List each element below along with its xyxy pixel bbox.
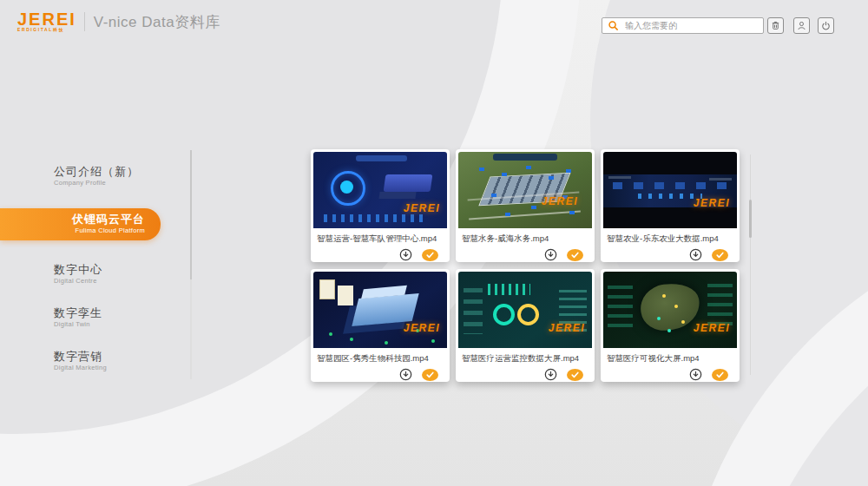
search-icon bbox=[608, 20, 619, 31]
power-button[interactable] bbox=[818, 17, 834, 34]
download-icon[interactable] bbox=[689, 368, 702, 381]
video-card[interactable]: JEREI 智慧运营-智慧车队管理中心.mp4 bbox=[311, 149, 450, 262]
page-title: V-nice Data资料库 bbox=[94, 12, 220, 32]
jerei-logo: JEREI ERDIGITAL科技 bbox=[17, 11, 76, 32]
video-thumbnail[interactable]: JEREI bbox=[458, 152, 592, 228]
jerei-watermark: JEREI bbox=[404, 322, 440, 334]
video-filename: 智慧农业-乐东农业大数据.mp4 bbox=[603, 228, 737, 246]
sidebar-item[interactable]: 数字孪生 Digital Twin bbox=[0, 306, 200, 329]
video-filename: 智慧园区-隽秀生物科技园.mp4 bbox=[313, 348, 447, 365]
download-icon[interactable] bbox=[544, 368, 557, 381]
video-card[interactable]: JEREI 智慧园区-隽秀生物科技园.mp4 bbox=[311, 269, 450, 382]
download-icon[interactable] bbox=[399, 368, 412, 381]
check-icon[interactable] bbox=[422, 369, 438, 381]
grid-scrollbar-track[interactable] bbox=[750, 154, 751, 375]
user-icon bbox=[796, 20, 807, 31]
search-box[interactable] bbox=[602, 17, 764, 34]
jerei-watermark: JEREI bbox=[694, 322, 730, 334]
trash-button[interactable] bbox=[767, 17, 784, 34]
card-actions bbox=[313, 365, 447, 381]
video-thumbnail[interactable]: JEREI bbox=[603, 272, 737, 348]
video-filename: 智慧水务-威海水务.mp4 bbox=[458, 228, 592, 246]
user-button[interactable] bbox=[793, 17, 810, 34]
sidebar-item-label: 数字营销 bbox=[54, 350, 200, 364]
trash-icon bbox=[770, 20, 781, 31]
card-actions bbox=[603, 365, 737, 381]
video-card[interactable]: JEREI 智慧医疗运营监控数据大屏.mp4 bbox=[456, 269, 595, 382]
download-icon[interactable] bbox=[544, 248, 557, 261]
check-icon[interactable] bbox=[712, 369, 728, 381]
sidebar-item-label: 数字孪生 bbox=[54, 306, 200, 320]
check-icon[interactable] bbox=[712, 249, 728, 261]
card-actions bbox=[458, 365, 592, 381]
sidebar-item-label: 伏锂码云平台 bbox=[0, 213, 145, 227]
grid-scrollbar-thumb[interactable] bbox=[749, 200, 752, 238]
video-thumbnail[interactable]: JEREI bbox=[458, 272, 592, 348]
sidebar-item[interactable]: 公司介绍（新） Company Profile bbox=[0, 165, 200, 187]
video-thumbnail[interactable]: JEREI bbox=[313, 272, 447, 348]
video-filename: 智慧医疗运营监控数据大屏.mp4 bbox=[458, 348, 592, 365]
sidebar-item-sublabel: Company Profile bbox=[54, 179, 200, 187]
card-actions bbox=[458, 246, 592, 261]
download-icon[interactable] bbox=[399, 248, 412, 261]
sidebar-item-label: 公司介绍（新） bbox=[54, 165, 200, 179]
sidebar-item[interactable]: 数字营销 Digital Marketing bbox=[0, 350, 200, 372]
video-card[interactable]: JEREI 智慧农业-乐东农业大数据.mp4 bbox=[601, 149, 740, 262]
video-filename: 智慧运营-智慧车队管理中心.mp4 bbox=[313, 228, 447, 246]
sidebar-item-sublabel: Digital Twin bbox=[54, 320, 200, 329]
sidebar-item-sublabel: Digital Centre bbox=[54, 277, 200, 286]
jerei-watermark: JEREI bbox=[549, 322, 585, 334]
logo-divider bbox=[84, 12, 85, 31]
sidebar-item[interactable]: 伏锂码云平台 Fulima Cloud Platform bbox=[0, 208, 161, 240]
logo-text: JEREI bbox=[17, 11, 76, 27]
check-icon[interactable] bbox=[422, 249, 438, 261]
sidebar-menu: 公司介绍（新） Company Profile 伏锂码云平台 Fulima Cl… bbox=[0, 165, 200, 393]
sidebar-scrollbar-thumb[interactable] bbox=[190, 150, 192, 279]
sidebar-item-sublabel: Fulima Cloud Platform bbox=[0, 227, 145, 235]
download-icon[interactable] bbox=[689, 248, 702, 261]
video-grid: JEREI 智慧运营-智慧车队管理中心.mp4 JEREI bbox=[311, 149, 740, 382]
card-actions bbox=[313, 246, 447, 261]
jerei-watermark: JEREI bbox=[404, 202, 440, 214]
video-card[interactable]: JEREI 智慧医疗可视化大屏.mp4 bbox=[601, 269, 740, 382]
sidebar-item-sublabel: Digital Marketing bbox=[54, 364, 200, 372]
jerei-watermark: JEREI bbox=[694, 197, 730, 209]
jerei-watermark: JEREI bbox=[542, 195, 578, 207]
check-icon[interactable] bbox=[567, 369, 583, 381]
power-icon bbox=[820, 20, 832, 31]
card-actions bbox=[603, 246, 737, 261]
video-card[interactable]: JEREI 智慧水务-威海水务.mp4 bbox=[456, 149, 595, 262]
video-thumbnail[interactable]: JEREI bbox=[603, 152, 737, 228]
header-logo-block: JEREI ERDIGITAL科技 V-nice Data资料库 bbox=[17, 11, 220, 32]
video-filename: 智慧医疗可视化大屏.mp4 bbox=[603, 348, 737, 365]
sidebar-item-label: 数字中心 bbox=[54, 263, 200, 277]
video-thumbnail[interactable]: JEREI bbox=[313, 152, 447, 228]
sidebar-item[interactable]: 数字中心 Digital Centre bbox=[0, 263, 200, 286]
search-input[interactable] bbox=[623, 20, 758, 31]
check-icon[interactable] bbox=[567, 249, 583, 261]
